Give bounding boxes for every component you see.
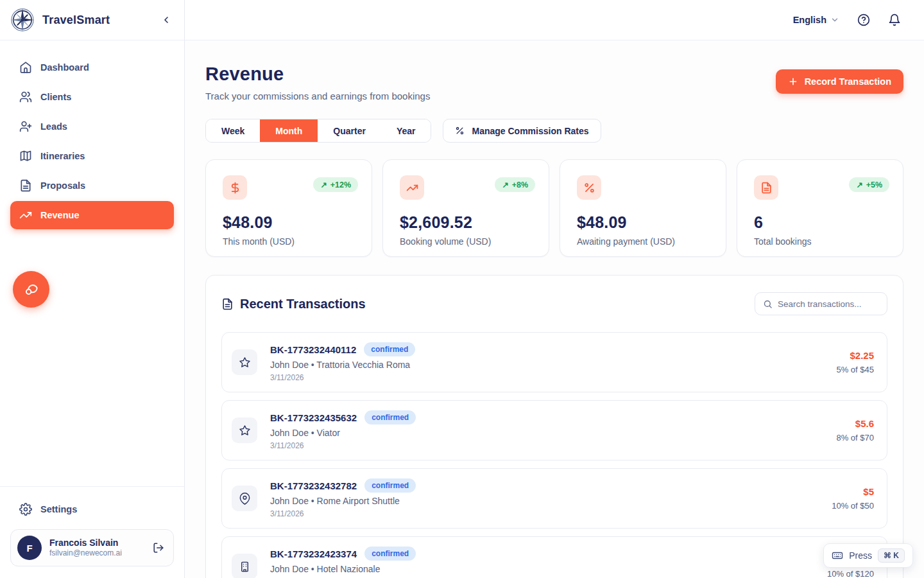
transaction-row[interactable]: BK-1773232432782 confirmed John Doe • Ro… <box>221 468 887 529</box>
booking-id: BK-1773232432782 <box>270 480 357 491</box>
user-name: Francois Silvain <box>49 538 122 549</box>
trend-arrow: ↗ <box>320 180 327 189</box>
trend-arrow: ↗ <box>502 180 508 189</box>
transaction-icon-box <box>232 486 257 511</box>
gear-icon <box>19 503 32 516</box>
recent-transactions-panel: Recent Transactions <box>205 275 903 578</box>
sidebar-item-settings[interactable]: Settings <box>10 496 174 523</box>
transaction-detail: John Doe • Trattoria Vecchia Roma <box>270 360 415 370</box>
status-badge: confirmed <box>364 410 416 425</box>
map-pin-icon <box>239 493 251 505</box>
trend-value: +8% <box>512 180 528 189</box>
press-label: Press <box>849 550 872 561</box>
support-chat-button[interactable] <box>13 271 49 308</box>
sidebar-item-label: Itineraries <box>40 151 85 161</box>
stat-icon-box <box>754 175 778 200</box>
star-icon <box>239 425 251 437</box>
main-area: English Revenue Track your commissions a… <box>185 0 924 578</box>
search-input[interactable] <box>778 299 879 309</box>
booking-id: BK-1773232435632 <box>270 412 357 423</box>
transaction-row[interactable]: BK-1773232435632 confirmed John Doe • Vi… <box>221 400 887 460</box>
sidebar-item[interactable]: Leads <box>10 112 174 141</box>
help-circle-icon <box>857 13 870 26</box>
transaction-row[interactable]: BK-1773232440112 confirmed John Doe • Tr… <box>221 332 887 392</box>
stat-value: $48.09 <box>223 213 357 232</box>
bell-icon <box>888 13 901 26</box>
map-icon <box>19 150 32 162</box>
sidebar-item[interactable]: Clients <box>10 83 174 111</box>
status-badge: confirmed <box>364 478 416 493</box>
file-icon <box>760 182 773 194</box>
user-plus-icon <box>19 120 32 133</box>
language-label: English <box>793 15 826 25</box>
user-card[interactable]: F Francois Silvain fsilvain@newecom.ai <box>10 529 174 566</box>
stat-value: $48.09 <box>577 213 712 232</box>
logout-icon <box>153 542 164 554</box>
filter-row: Week Month Quarter Year Manage Commissio… <box>205 119 903 143</box>
manage-commission-rates-label: Manage Commission Rates <box>472 126 588 136</box>
sidebar-item-label: Clients <box>40 92 71 102</box>
period-tab[interactable]: Year <box>381 119 431 142</box>
page-head: Revenue Track your commissions and earni… <box>205 64 903 101</box>
command-palette-hint[interactable]: Press ⌘ K <box>823 543 913 568</box>
stats-row: ↗ +12% $48.09 This month (USD) <box>205 159 903 257</box>
stat-value: 6 <box>754 213 889 232</box>
trend-value: +12% <box>330 180 351 189</box>
sidebar-item-label: Dashboard <box>40 62 89 73</box>
transaction-row[interactable]: BK-1773232423374 confirmed John Doe • Ho… <box>221 536 887 578</box>
sidebar-item[interactable]: Proposals <box>10 171 174 200</box>
page-title: Revenue <box>205 64 430 85</box>
period-tab[interactable]: Month <box>260 119 318 142</box>
content: Revenue Track your commissions and earni… <box>185 40 924 578</box>
sidebar-collapse-button[interactable] <box>158 12 174 28</box>
panel-title: Recent Transactions <box>240 297 366 311</box>
search-icon <box>763 299 773 309</box>
stat-label: This month (USD) <box>223 236 357 247</box>
sidebar-header: TravelSmart <box>0 0 184 40</box>
sidebar: TravelSmart Dashboard <box>0 0 185 578</box>
trend-badge: ↗ +12% <box>313 177 358 192</box>
transaction-commission: 5% of $45 <box>836 365 874 374</box>
panel-head: Recent Transactions <box>221 292 887 315</box>
brand-name: TravelSmart <box>42 13 110 27</box>
avatar: F <box>17 536 42 560</box>
sidebar-item[interactable]: Dashboard <box>10 53 174 82</box>
transactions-search[interactable] <box>755 292 887 315</box>
cmd-k-key: ⌘ K <box>878 548 905 563</box>
trending-up-icon <box>19 209 32 222</box>
period-tab[interactable]: Week <box>206 119 260 142</box>
stat-card: ↗ +5% 6 Total bookings <box>737 159 903 257</box>
user-email: fsilvain@newecom.ai <box>49 548 122 558</box>
home-icon <box>19 61 32 74</box>
sidebar-bottom: Settings F Francois Silvain fsilvain@new… <box>0 486 184 578</box>
help-button[interactable] <box>857 13 870 26</box>
page-subtitle: Track your commissions and earnings from… <box>205 91 430 101</box>
sidebar-item[interactable]: Itineraries <box>10 142 174 170</box>
sidebar-item[interactable]: Revenue <box>10 201 174 229</box>
transaction-commission: 10% of $50 <box>832 501 874 511</box>
stat-icon-box <box>577 175 601 200</box>
compass-logo-icon <box>9 6 36 33</box>
stat-label: Booking volume (USD) <box>400 236 535 247</box>
sidebar-item-label: Leads <box>40 121 67 132</box>
transaction-detail: John Doe • Rome Airport Shuttle <box>270 496 416 506</box>
stat-icon-box <box>400 175 424 200</box>
record-transaction-button[interactable]: Record Transaction <box>776 69 903 94</box>
notifications-button[interactable] <box>888 13 901 26</box>
sidebar-item-label: Proposals <box>40 180 85 191</box>
sidebar-nav: Dashboard Clients <box>0 40 184 229</box>
language-selector[interactable]: English <box>793 15 839 25</box>
record-transaction-label: Record Transaction <box>805 76 891 87</box>
transaction-commission: 10% of $120 <box>827 569 874 578</box>
logout-button[interactable] <box>153 542 164 554</box>
period-tab[interactable]: Quarter <box>318 119 381 142</box>
manage-commission-rates-button[interactable]: Manage Commission Rates <box>443 119 601 143</box>
settings-label: Settings <box>40 504 77 514</box>
transactions-list: BK-1773232440112 confirmed John Doe • Tr… <box>221 332 887 578</box>
transaction-detail: John Doe • Viator <box>270 428 416 438</box>
app-root: TravelSmart Dashboard <box>0 0 924 578</box>
trending-up-icon <box>406 182 418 194</box>
document-icon <box>19 179 32 192</box>
transaction-icon-box <box>232 349 257 375</box>
dollar-icon <box>229 182 241 194</box>
